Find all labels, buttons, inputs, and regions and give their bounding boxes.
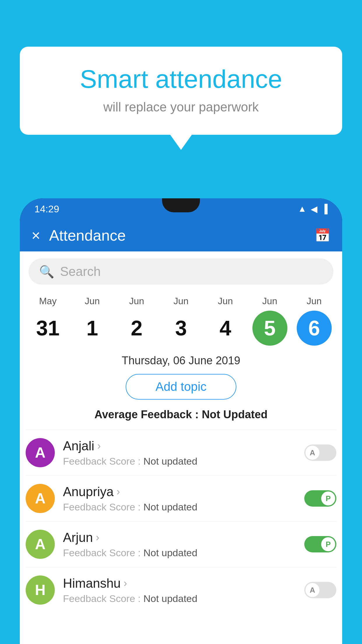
student-info: Himanshu›Feedback Score : Not updated [63, 576, 304, 604]
student-list: AAnjali›Feedback Score : Not updatedAAAn… [20, 430, 342, 613]
cal-date[interactable]: 4 [208, 311, 243, 346]
app-title: Attendance [49, 227, 306, 244]
phone-frame: 14:29 ▲ ◀ ▐ × Attendance 📅 🔍 Search May3… [20, 198, 342, 644]
cal-month: Jun [129, 296, 144, 307]
status-icons: ▲ ◀ ▐ [298, 204, 328, 214]
cal-date[interactable]: 5 [252, 311, 287, 346]
bubble-subtitle: will replace your paperwork [34, 100, 328, 114]
chevron-icon: › [96, 531, 99, 544]
student-item[interactable]: AArjun›Feedback Score : Not updatedP [26, 521, 336, 567]
avg-feedback-label: Average Feedback : [94, 408, 199, 421]
close-button[interactable]: × [31, 227, 40, 244]
cal-month: Jun [173, 296, 189, 307]
bubble-title: Smart attendance [34, 64, 328, 94]
student-name: Anjali› [63, 439, 304, 453]
phone-content: 🔍 Search May31Jun1Jun2Jun3Jun4Jun5Jun6 T… [20, 251, 342, 644]
status-bar: 14:29 ▲ ◀ ▐ [20, 198, 342, 219]
calendar-day[interactable]: Jun5 [249, 296, 290, 346]
cal-date[interactable]: 31 [30, 311, 65, 346]
student-avatar: A [26, 530, 55, 559]
chevron-icon: › [97, 440, 101, 452]
chevron-icon: › [124, 577, 127, 589]
calendar-strip: May31Jun1Jun2Jun3Jun4Jun5Jun6 [20, 290, 342, 349]
toggle-knob: A [305, 583, 319, 597]
toggle-knob: A [305, 446, 319, 460]
selected-date: Thursday, 06 June 2019 [20, 354, 342, 367]
calendar-day[interactable]: Jun3 [161, 296, 201, 346]
attendance-toggle[interactable]: A [304, 582, 336, 598]
signal-icon: ◀ [311, 204, 317, 214]
student-item[interactable]: AAnjali›Feedback Score : Not updatedA [26, 430, 336, 475]
toggle-knob: P [321, 537, 335, 551]
chevron-icon: › [117, 486, 120, 498]
cal-month: Jun [85, 296, 100, 307]
cal-date[interactable]: 3 [164, 311, 198, 346]
student-avatar: A [26, 438, 55, 467]
attendance-toggle[interactable]: P [304, 536, 336, 552]
cal-date[interactable]: 2 [119, 311, 154, 346]
calendar-day[interactable]: Jun6 [294, 296, 335, 346]
avg-feedback: Average Feedback : Not Updated [20, 408, 342, 421]
calendar-day[interactable]: Jun2 [116, 296, 157, 346]
student-avatar: A [26, 484, 55, 513]
battery-icon: ▐ [321, 204, 328, 214]
student-name: Anupriya› [63, 484, 304, 499]
student-info: Anupriya›Feedback Score : Not updated [63, 484, 304, 513]
cal-month: Jun [307, 296, 322, 307]
student-feedback: Feedback Score : Not updated [63, 456, 304, 467]
cal-month: Jun [218, 296, 233, 307]
student-item[interactable]: AAnupriya›Feedback Score : Not updatedP [26, 475, 336, 521]
status-time: 14:29 [34, 203, 59, 215]
calendar-day[interactable]: Jun1 [72, 296, 113, 346]
cal-date[interactable]: 6 [297, 311, 332, 346]
search-bar[interactable]: 🔍 Search [29, 258, 333, 285]
student-feedback: Feedback Score : Not updated [63, 501, 304, 513]
cal-date[interactable]: 1 [75, 311, 110, 346]
student-avatar: H [26, 575, 55, 605]
toggle-knob: P [321, 491, 335, 505]
student-info: Anjali›Feedback Score : Not updated [63, 439, 304, 467]
student-feedback: Feedback Score : Not updated [63, 593, 304, 604]
student-name: Himanshu› [63, 576, 304, 591]
avg-feedback-value: Not Updated [202, 408, 268, 421]
cal-month: Jun [262, 296, 277, 307]
cal-month: May [39, 296, 57, 307]
calendar-day[interactable]: Jun4 [205, 296, 246, 346]
student-info: Arjun›Feedback Score : Not updated [63, 530, 304, 559]
wifi-icon: ▲ [298, 204, 307, 214]
attendance-toggle[interactable]: A [304, 444, 336, 461]
speech-bubble: Smart attendance will replace your paper… [20, 47, 342, 135]
student-name: Arjun› [63, 530, 304, 545]
search-placeholder: Search [60, 264, 101, 279]
attendance-toggle[interactable]: P [304, 490, 336, 507]
student-feedback: Feedback Score : Not updated [63, 547, 304, 559]
student-item[interactable]: HHimanshu›Feedback Score : Not updatedA [26, 567, 336, 613]
app-bar: × Attendance 📅 [20, 219, 342, 251]
calendar-day[interactable]: May31 [27, 296, 68, 346]
calendar-icon[interactable]: 📅 [314, 228, 331, 243]
add-topic-button[interactable]: Add topic [126, 374, 236, 400]
search-icon: 🔍 [39, 265, 54, 279]
